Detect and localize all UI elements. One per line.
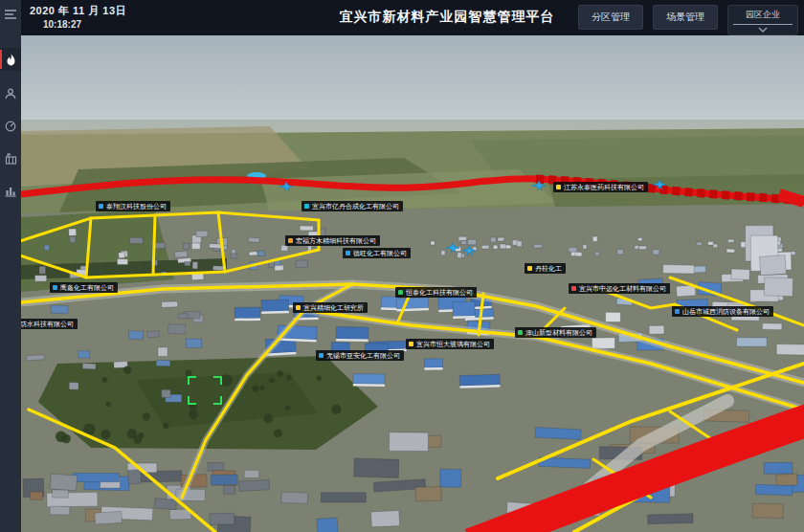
company-marker-icon xyxy=(304,204,309,209)
company-label[interactable]: 宜兴市恒大玻璃有限公司 xyxy=(406,339,494,349)
sidebar xyxy=(0,0,21,532)
company-marker-icon xyxy=(675,309,680,314)
company-marker-icon xyxy=(556,185,561,189)
company-marker-icon xyxy=(346,251,350,255)
company-label[interactable]: 山岳市城西消防设备有限公司 xyxy=(672,306,773,317)
company-marker-icon xyxy=(398,290,403,295)
company-marker-icon xyxy=(53,285,57,290)
company-label-text: 山岳市城西消防设备有限公司 xyxy=(682,306,770,317)
company-marker-icon xyxy=(518,330,523,335)
plane-marker-icon[interactable] xyxy=(279,179,293,190)
target-bracket xyxy=(188,376,222,409)
company-marker-icon xyxy=(296,305,301,310)
company-label-text: 宜兴市亿丹合成化工有限公司 xyxy=(312,201,399,211)
plane-marker-icon[interactable] xyxy=(462,243,476,255)
divider xyxy=(733,24,793,25)
menu-icon[interactable] xyxy=(0,3,21,26)
map-viewport[interactable]: 泰翔汉科技股份公司宜兴市亿丹合成化工有限公司宏福方木精细科技有限公司德旺化工有限… xyxy=(21,35,804,532)
company-label-text: 宜兴市中远化工材料有限公司 xyxy=(579,283,666,294)
header-time: 10:18:27 xyxy=(43,19,81,30)
company-label-text: 丹桂化工 xyxy=(535,263,562,274)
flame-icon xyxy=(6,54,16,66)
plane-marker-icon[interactable] xyxy=(653,177,666,188)
sidebar-item-person[interactable] xyxy=(0,82,21,105)
factory-icon xyxy=(5,153,17,165)
map-label-layer: 泰翔汉科技股份公司宜兴市亿丹合成化工有限公司宏福方木精细科技有限公司德旺化工有限… xyxy=(21,35,804,532)
header: 2020 年 11 月 13日 10:18:27 宜兴市新材料产业园智慧管理平台… xyxy=(21,0,804,35)
company-label-text: 无锡市亚安化工有限公司 xyxy=(326,350,400,361)
company-label-text: 江苏永泰医药科技有限公司 xyxy=(564,182,644,192)
company-label-text: 鹰鑫化工有限公司 xyxy=(60,282,114,293)
chevron-down-icon xyxy=(758,27,768,33)
sidebar-item-bar-chart[interactable] xyxy=(0,180,21,203)
park-enterprise-dropdown[interactable]: 园区企业 xyxy=(727,5,798,35)
company-marker-icon xyxy=(319,353,324,358)
company-label[interactable]: 宏福方木精细科技有限公司 xyxy=(285,235,380,246)
company-marker-icon xyxy=(99,204,103,209)
company-marker-icon xyxy=(571,286,576,291)
company-label[interactable]: 宜兴防水科技有限公司 xyxy=(21,319,78,329)
sidebar-item-fire[interactable] xyxy=(0,48,21,71)
gauge-icon xyxy=(5,121,16,132)
company-label-text: 潭山新型材料有限公司 xyxy=(525,327,592,338)
dropdown-label: 园区企业 xyxy=(746,9,780,21)
company-marker-icon xyxy=(288,238,293,243)
company-label[interactable]: 无锡市亚安化工有限公司 xyxy=(316,350,404,361)
person-icon xyxy=(5,88,16,100)
company-label[interactable]: 江苏永泰医药科技有限公司 xyxy=(553,182,648,192)
company-label-text: 德旺化工有限公司 xyxy=(353,248,407,258)
company-label[interactable]: 潭山新型材料有限公司 xyxy=(515,327,596,338)
company-label-text: 宜兴市恒大玻璃有限公司 xyxy=(416,339,490,349)
company-label[interactable]: 宜兴市亿丹合成化工有限公司 xyxy=(302,201,403,211)
company-label[interactable]: 泰翔汉科技股份公司 xyxy=(96,201,170,211)
zone-management-button[interactable]: 分区管理 xyxy=(578,5,643,30)
hamburger-icon xyxy=(4,9,17,20)
page-title: 宜兴市新材料产业园智慧管理平台 xyxy=(340,9,555,26)
company-label[interactable]: 恒泰化工科技有限公司 xyxy=(395,287,477,298)
sidebar-item-factory[interactable] xyxy=(0,147,21,170)
company-label[interactable]: 丹桂化工 xyxy=(525,263,566,274)
scene-management-button[interactable]: 场景管理 xyxy=(653,5,718,30)
company-marker-icon xyxy=(409,342,413,346)
company-marker-icon xyxy=(527,266,532,271)
company-label[interactable]: 德旺化工有限公司 xyxy=(343,248,411,258)
company-label[interactable]: 宜兴精细化工研究所 xyxy=(293,302,368,313)
header-actions: 分区管理 场景管理 园区企业 xyxy=(578,5,798,35)
sidebar-item-gauge[interactable] xyxy=(0,115,21,138)
smart-park-platform: 2020 年 11 月 13日 10:18:27 宜兴市新材料产业园智慧管理平台… xyxy=(0,0,804,532)
company-label-text: 宜兴防水科技有限公司 xyxy=(21,319,74,329)
bar-chart-icon xyxy=(5,186,16,197)
plane-marker-icon[interactable] xyxy=(446,240,459,252)
header-date: 2020 年 11 月 13日 xyxy=(30,4,126,18)
plane-marker-icon[interactable] xyxy=(532,178,546,189)
company-label-text: 恒泰化工科技有限公司 xyxy=(406,287,473,298)
company-label-text: 泰翔汉科技股份公司 xyxy=(106,201,167,211)
company-label-text: 宜兴精细化工研究所 xyxy=(303,302,364,313)
company-label[interactable]: 宜兴市中远化工材料有限公司 xyxy=(569,283,670,294)
company-label-text: 宏福方木精细科技有限公司 xyxy=(296,235,376,246)
company-label[interactable]: 鹰鑫化工有限公司 xyxy=(50,282,118,293)
